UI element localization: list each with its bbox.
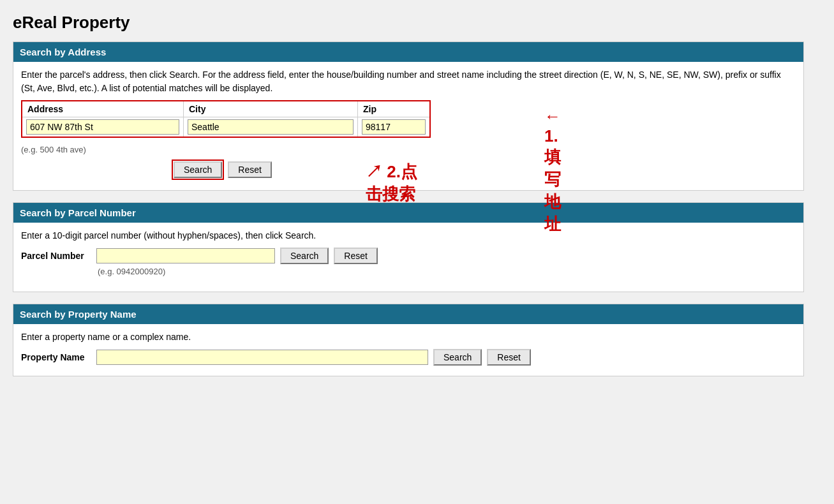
property-search-button[interactable]: Search — [433, 349, 482, 366]
address-search-section: Search by Address Enter the parcel's add… — [13, 41, 804, 191]
parcel-search-section: Search by Parcel Number Enter a 10-digit… — [13, 202, 804, 292]
parcel-section-header: Search by Parcel Number — [13, 203, 803, 223]
address-search-button[interactable]: Search — [174, 161, 222, 178]
annotation-arrow-2: ↗ 2.点击搜索 — [366, 161, 431, 205]
address-reset-button[interactable]: Reset — [228, 161, 272, 178]
address-section-header: Search by Address — [13, 42, 803, 62]
property-input[interactable] — [96, 350, 428, 365]
address-hint: (e.g. 500 4th ave) — [21, 145, 796, 154]
zip-input[interactable] — [362, 119, 426, 135]
property-search-section: Search by Property Name Enter a property… — [13, 304, 804, 376]
parcel-row: Parcel Number Search Reset — [21, 248, 796, 264]
annotation-arrow-1: ← 1.填写地址 — [544, 107, 561, 235]
property-description: Enter a property name or a complex name. — [21, 330, 796, 344]
zip-col-header: Zip — [358, 101, 431, 117]
parcel-label: Parcel Number — [21, 251, 91, 261]
property-section-header: Search by Property Name — [13, 304, 803, 324]
address-input[interactable] — [26, 119, 179, 135]
property-reset-button[interactable]: Reset — [487, 349, 531, 366]
parcel-description: Enter a 10-digit parcel number (without … — [21, 229, 796, 242]
parcel-input[interactable] — [96, 248, 275, 263]
city-col-header: City — [184, 101, 358, 117]
parcel-reset-button[interactable]: Reset — [334, 248, 378, 264]
app-title: eReal Property — [13, 13, 821, 33]
property-row: Property Name Search Reset — [21, 349, 796, 366]
address-col-header: Address — [22, 101, 184, 117]
city-input[interactable] — [188, 119, 354, 135]
parcel-search-button[interactable]: Search — [280, 248, 329, 264]
address-description: Enter the parcel's address, then click S… — [21, 68, 796, 95]
parcel-hint: (e.g. 0942000920) — [98, 267, 796, 276]
search-button-highlight: Search — [172, 159, 224, 180]
property-label: Property Name — [21, 352, 91, 362]
address-fields-table: Address City Zip — [21, 100, 431, 138]
